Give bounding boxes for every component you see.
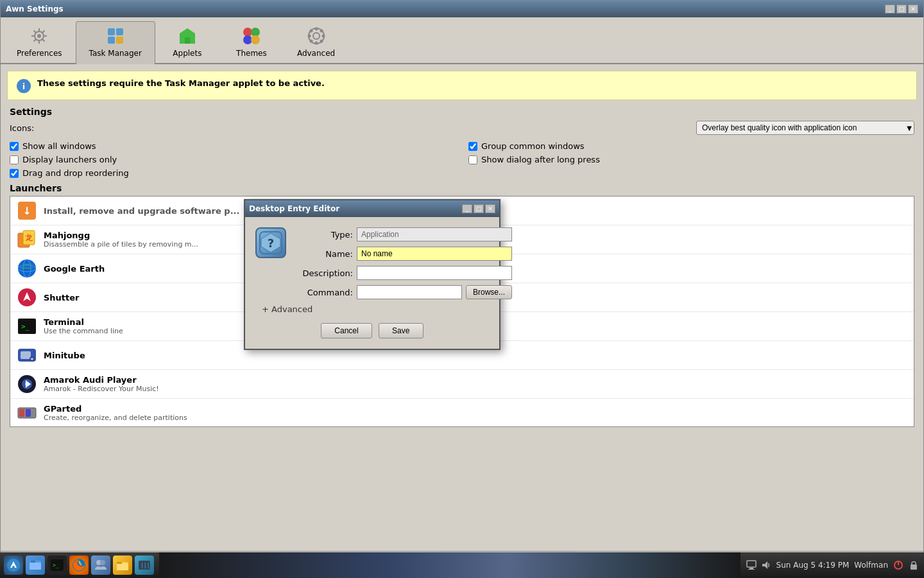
launcher-desc: Create, reorganize, and delete partition… <box>44 414 187 422</box>
window-titlebar: Awn Settings _ □ ✕ <box>1 1 923 17</box>
volume-icon[interactable] <box>761 560 771 570</box>
taskbar-time: Sun Aug 5 4:19 PM <box>776 561 850 570</box>
taskbar-awn-icon[interactable] <box>4 556 23 575</box>
taskbar-right: Sun Aug 5 4:19 PM Wolfman <box>746 559 924 571</box>
icons-dropdown[interactable]: Overlay best quality icon with applicati… <box>696 121 914 135</box>
info-text: These settings require the Task Manager … <box>37 78 325 89</box>
taskbar-folder-icon[interactable] <box>113 556 132 575</box>
launcher-info: Google Earth <box>44 264 105 274</box>
checkboxes-area: Show all windows Group common windows Di… <box>10 141 914 178</box>
svg-point-66 <box>100 560 105 565</box>
launcher-name: Amarok Audi Player <box>44 375 159 385</box>
svg-point-22 <box>307 35 311 38</box>
launcher-name: GParted <box>44 404 187 414</box>
description-label: Description: <box>295 268 353 278</box>
tab-task-manager-label: Task Manager <box>89 49 142 58</box>
command-input[interactable] <box>357 285 462 299</box>
show-all-checkbox[interactable] <box>10 142 19 151</box>
dialog-cancel-button[interactable]: Cancel <box>321 323 372 338</box>
dialog-close-btn[interactable]: ✕ <box>485 204 495 213</box>
svg-point-23 <box>321 35 325 38</box>
svg-point-27 <box>309 40 312 43</box>
command-label: Command: <box>295 288 353 297</box>
svg-rect-49 <box>32 409 35 417</box>
launcher-name: Install, remove and upgrade software p..… <box>44 206 239 216</box>
svg-text:>_: >_ <box>21 322 30 331</box>
dialog-titlebar: Desktop Entry Editor _ □ ✕ <box>245 200 499 217</box>
launcher-info: Shutter <box>44 293 80 302</box>
tab-preferences[interactable]: Preferences <box>3 21 76 63</box>
desktop-entry-editor-dialog: Desktop Entry Editor _ □ ✕ ? <box>244 199 501 350</box>
applets-icon <box>177 26 198 46</box>
task-manager-icon <box>105 26 126 46</box>
taskbar-terminal-icon[interactable]: >_ <box>47 556 67 575</box>
taskbar-people-icon[interactable] <box>91 556 110 575</box>
name-field-row: Name: <box>295 247 512 261</box>
taskbar-firefox-icon[interactable] <box>69 556 89 575</box>
group-common-checkbox[interactable] <box>468 142 477 151</box>
icons-row: Icons: Overlay best quality icon with ap… <box>10 121 914 135</box>
svg-text:?: ? <box>268 236 274 250</box>
install-icon: ↓ <box>17 200 37 221</box>
dialog-buttons: Cancel Save <box>255 320 489 338</box>
type-label: Type: <box>295 230 353 240</box>
name-input[interactable] <box>357 247 512 261</box>
tab-themes[interactable]: Themes <box>219 21 284 63</box>
list-item[interactable]: GParted Create, reorganize, and delete p… <box>10 399 914 427</box>
svg-rect-61 <box>31 561 35 563</box>
taskbar-sys-tray <box>746 559 771 571</box>
show-dialog-checkbox[interactable] <box>468 155 477 164</box>
taskbar: >_ ||| <box>0 552 924 578</box>
maximize-button[interactable]: □ <box>896 4 907 13</box>
svg-rect-74 <box>748 569 755 570</box>
tab-advanced[interactable]: Advanced <box>284 21 348 63</box>
dialog-icon-row: ? Type: Name: <box>255 227 489 304</box>
display-launchers-checkbox[interactable] <box>10 155 19 164</box>
svg-rect-11 <box>116 28 123 35</box>
drag-drop-checkbox[interactable] <box>10 169 19 178</box>
terminal-icon: >_ <box>17 316 37 337</box>
svg-point-16 <box>243 35 252 44</box>
description-input[interactable] <box>357 266 512 280</box>
svg-text:>_: >_ <box>53 563 59 568</box>
minimize-button[interactable]: _ <box>885 4 895 13</box>
checkbox-show-dialog: Show dialog after long press <box>468 155 914 164</box>
checkbox-group-common: Group common windows <box>468 141 914 151</box>
close-button[interactable]: ✕ <box>908 4 918 13</box>
type-input[interactable] <box>357 227 512 241</box>
tabs-toolbar: Preferences Task Manager A <box>1 17 923 64</box>
svg-rect-77 <box>911 565 917 570</box>
svg-rect-13 <box>116 37 123 44</box>
icons-label: Icons: <box>10 123 34 133</box>
type-field-row: Type: <box>295 227 512 241</box>
lock-icon[interactable] <box>909 560 919 570</box>
advanced-toggle[interactable]: + Advanced <box>262 304 489 314</box>
monitor-icon <box>746 559 757 571</box>
dialog-maximize-btn[interactable]: □ <box>474 204 484 213</box>
svg-text:|||: ||| <box>141 563 150 568</box>
dialog-minimize-btn[interactable]: _ <box>462 204 472 213</box>
launcher-info: Install, remove and upgrade software p..… <box>44 206 239 216</box>
svg-text:龙: 龙 <box>25 233 33 242</box>
gearth-icon <box>17 258 37 279</box>
taskbar-files-icon[interactable] <box>26 556 45 575</box>
launcher-name: Terminal <box>44 317 123 327</box>
command-field-row: Command: Browse... <box>295 285 512 299</box>
taskbar-network-icon[interactable]: ||| <box>135 556 154 575</box>
tab-applets[interactable]: Applets <box>155 21 219 63</box>
description-field-row: Description: <box>295 266 512 280</box>
tab-task-manager[interactable]: Task Manager <box>76 21 155 64</box>
svg-point-1 <box>37 34 41 38</box>
svg-point-21 <box>314 42 318 45</box>
shutter-icon <box>17 287 37 308</box>
power-icon[interactable] <box>893 560 903 570</box>
browse-button[interactable]: Browse... <box>466 285 512 299</box>
dialog-app-icon[interactable]: ? <box>255 227 286 258</box>
dialog-save-button[interactable]: Save <box>379 323 424 338</box>
list-item[interactable]: Amarok Audi Player Amarok - Rediscover Y… <box>10 370 914 399</box>
window-title: Awn Settings <box>6 4 64 13</box>
launcher-name: Google Earth <box>44 264 105 274</box>
tab-applets-label: Applets <box>173 49 201 58</box>
show-dialog-label: Show dialog after long press <box>481 155 600 164</box>
svg-rect-48 <box>26 409 31 417</box>
